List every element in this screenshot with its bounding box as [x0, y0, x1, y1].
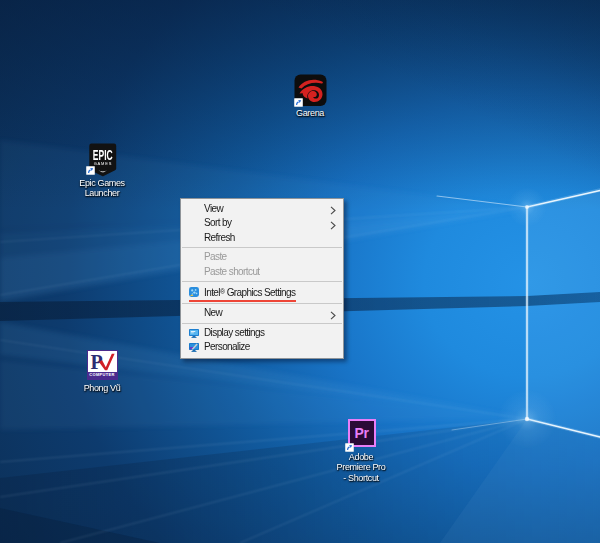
svg-text:GAMES: GAMES: [93, 161, 111, 166]
